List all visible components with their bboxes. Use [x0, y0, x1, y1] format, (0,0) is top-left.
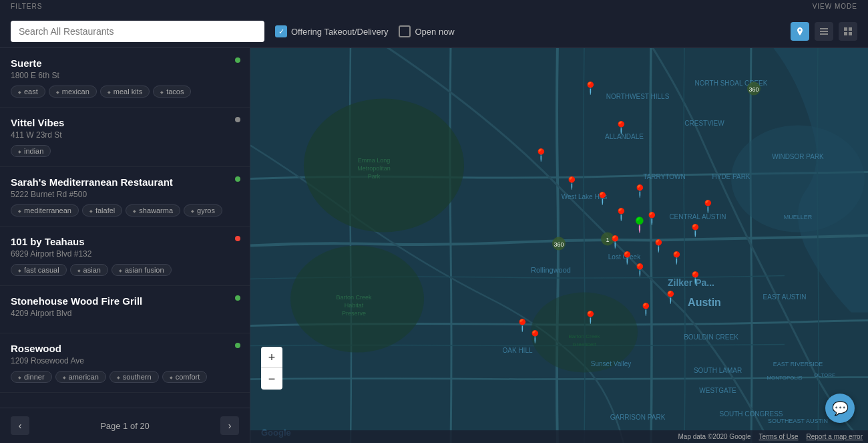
map-pin[interactable]: 📍: [533, 148, 548, 162]
svg-rect-4: [849, 27, 852, 31]
restaurant-item[interactable]: 101 by Teahaus6929 Airport Blvd #132fast…: [0, 227, 250, 286]
tag[interactable]: american: [55, 371, 106, 383]
restaurant-address: 1209 Rosewood Ave: [11, 356, 239, 365]
map-container: Emma Long Metropolitan Park Barton Creek…: [250, 48, 868, 443]
status-dot: [235, 236, 240, 241]
restaurant-tags: eastmexicanmeal kitstacos: [11, 86, 239, 98]
restaurant-tags: fast casualasianasian fusion: [11, 264, 239, 276]
svg-rect-3: [844, 27, 847, 31]
map-view-button[interactable]: [791, 22, 809, 41]
tag[interactable]: shawarma: [126, 204, 180, 216]
status-dot: [235, 117, 240, 122]
tag[interactable]: east: [11, 86, 45, 98]
page-info: Page 1 of 20: [100, 421, 150, 431]
map-controls: + −: [261, 347, 282, 390]
restaurant-tags: indian: [11, 145, 239, 157]
search-input[interactable]: [11, 21, 264, 42]
map-pins: 📍📍📍📍📍📍📍📍📍📍📍📍📍📍📍📍📍📍📍📍📍📍: [250, 48, 868, 443]
restaurant-tags: dinneramericansoutherncomfort: [11, 371, 239, 383]
tag[interactable]: indian: [11, 145, 51, 157]
svg-rect-1: [820, 31, 828, 32]
map-data-label: Map data ©2020 Google: [678, 433, 750, 440]
restaurant-name: Suerte: [11, 57, 239, 69]
pagination: ‹ Page 1 of 20 ›: [0, 408, 250, 443]
map-pin[interactable]: 📍: [669, 251, 684, 265]
takeout-checkbox[interactable]: ✓: [275, 25, 287, 37]
zoom-in-button[interactable]: +: [261, 347, 282, 368]
restaurant-item[interactable]: Vittel Vibes411 W 23rd Stindian: [0, 108, 250, 167]
tag[interactable]: falafel: [82, 204, 122, 216]
svg-rect-0: [820, 28, 828, 29]
takeout-filter[interactable]: ✓ Offering Takeout/Delivery: [275, 25, 388, 37]
tag[interactable]: mexican: [49, 86, 97, 98]
restaurant-item[interactable]: Sarah's Mediterranean Restaurant5222 Bur…: [0, 167, 250, 227]
restaurant-tags: mediterraneanfalafelshawarmagyros: [11, 204, 239, 216]
tag[interactable]: fast casual: [11, 264, 67, 276]
status-dot: [235, 343, 240, 348]
map-pin[interactable]: 📍: [595, 191, 610, 206]
tag[interactable]: tacos: [153, 86, 191, 98]
restaurant-item[interactable]: Stonehouse Wood Fire Grill4209 Airport B…: [0, 286, 250, 333]
next-page-button[interactable]: ›: [220, 416, 239, 435]
map-pin[interactable]: 📍: [583, 81, 598, 96]
status-dot: [235, 295, 240, 301]
map-pin[interactable]: 📍: [564, 176, 579, 190]
chat-button[interactable]: 💬: [825, 394, 855, 423]
restaurant-list: Suerte1800 E 6th Steastmexicanmeal kitst…: [0, 48, 250, 408]
svg-rect-2: [820, 33, 828, 35]
map-attribution: Map data ©2020 Google Terms of Use Repor…: [250, 430, 868, 443]
tag[interactable]: gyros: [184, 204, 222, 216]
map-pin[interactable]: 📍: [632, 184, 647, 198]
restaurant-name: Rosewood: [11, 343, 239, 354]
map-pin[interactable]: 📍: [632, 263, 647, 277]
report-link[interactable]: Report a map error: [807, 433, 863, 440]
map-pin[interactable]: 📍: [688, 271, 702, 285]
map-pin[interactable]: 📍: [527, 329, 542, 344]
map-pin[interactable]: 📍: [608, 235, 622, 249]
map-pin[interactable]: 📍: [614, 120, 628, 135]
map-pin[interactable]: 📍: [583, 310, 598, 325]
status-dot: [235, 57, 240, 63]
tag[interactable]: dinner: [11, 371, 52, 383]
open-now-checkbox[interactable]: [399, 25, 411, 37]
map-pin[interactable]: 📍: [638, 302, 653, 317]
tag[interactable]: asian fusion: [112, 264, 172, 276]
map-pin[interactable]: 📍: [614, 207, 628, 222]
list-view-button[interactable]: [815, 22, 833, 41]
view-mode-label: VIEW MODE: [813, 3, 857, 10]
restaurant-address: 4209 Airport Blvd: [11, 309, 239, 318]
restaurant-address: 411 W 23rd St: [11, 130, 239, 140]
restaurant-item[interactable]: Suerte1800 E 6th Steastmexicanmeal kitst…: [0, 48, 250, 108]
terms-link[interactable]: Terms of Use: [759, 433, 799, 440]
restaurant-item[interactable]: Rosewood1209 Rosewood Avedinneramericans…: [0, 333, 250, 393]
map-pin[interactable]: 📍: [700, 199, 715, 214]
zoom-out-button[interactable]: −: [261, 368, 282, 390]
status-dot: [235, 176, 240, 182]
grid-view-button[interactable]: [839, 22, 857, 41]
open-now-label: Open now: [415, 27, 454, 37]
map-pin[interactable]: 📍: [663, 290, 678, 305]
restaurant-address: 6929 Airport Blvd #132: [11, 249, 239, 259]
restaurant-address: 5222 Burnet Rd #500: [11, 190, 239, 199]
restaurant-name: Sarah's Mediterranean Restaurant: [11, 176, 239, 188]
svg-rect-5: [844, 32, 847, 35]
restaurant-name: 101 by Teahaus: [11, 236, 239, 247]
map-pin[interactable]: 📍: [630, 216, 648, 234]
prev-page-button[interactable]: ‹: [11, 416, 29, 435]
svg-rect-6: [849, 32, 852, 35]
tag[interactable]: mediterranean: [11, 204, 79, 216]
takeout-label: Offering Takeout/Delivery: [291, 27, 388, 37]
tag[interactable]: meal kits: [100, 86, 150, 98]
tag[interactable]: asian: [70, 264, 108, 276]
map-pin[interactable]: 📍: [651, 239, 666, 253]
tag[interactable]: comfort: [162, 371, 208, 383]
map-pin[interactable]: 📍: [688, 223, 702, 238]
restaurant-address: 1800 E 6th St: [11, 71, 239, 80]
open-now-filter[interactable]: Open now: [399, 25, 454, 37]
restaurant-name: Stonehouse Wood Fire Grill: [11, 295, 239, 307]
restaurant-name: Vittel Vibes: [11, 117, 239, 128]
tag[interactable]: southern: [110, 371, 159, 383]
filters-label: FILTERS: [11, 3, 42, 10]
